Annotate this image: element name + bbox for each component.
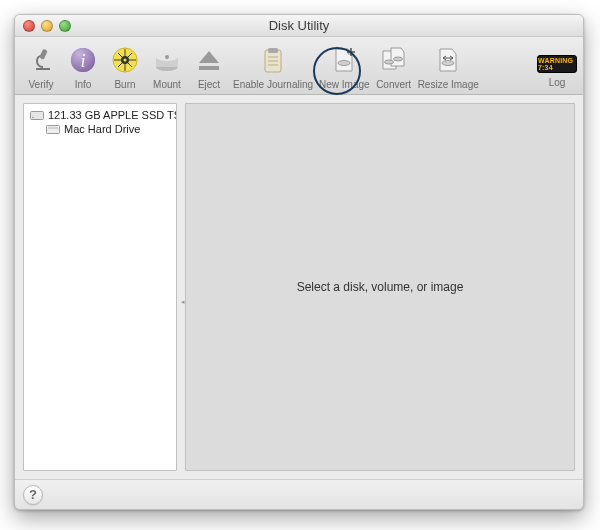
svg-point-26 bbox=[338, 61, 350, 66]
disk-sidebar[interactable]: 121.33 GB APPLE SSD TS... Mac Hard Drive bbox=[23, 103, 177, 471]
disk-row[interactable]: 121.33 GB APPLE SSD TS... bbox=[24, 108, 176, 122]
toolbar-label: Enable Journaling bbox=[233, 79, 313, 90]
svg-rect-32 bbox=[31, 112, 44, 120]
microscope-icon bbox=[24, 43, 58, 77]
clipboard-icon bbox=[256, 43, 290, 77]
svg-point-29 bbox=[384, 60, 393, 64]
svg-rect-22 bbox=[268, 48, 278, 53]
convert-button[interactable]: Convert bbox=[374, 43, 414, 90]
verify-button[interactable]: Verify bbox=[21, 43, 61, 90]
svg-point-33 bbox=[32, 117, 34, 119]
svg-rect-34 bbox=[47, 126, 60, 134]
disk-label: 121.33 GB APPLE SSD TS... bbox=[48, 109, 176, 121]
disk-utility-window: Disk Utility Verify i bbox=[14, 14, 584, 510]
toolbar-label: Mount bbox=[153, 79, 181, 90]
footer: ? bbox=[15, 479, 583, 509]
svg-point-30 bbox=[393, 57, 402, 61]
detail-pane: ◂ Select a disk, volume, or image bbox=[185, 103, 575, 471]
burn-icon bbox=[108, 43, 142, 77]
resize-image-button[interactable]: Resize Image bbox=[416, 43, 481, 90]
log-warning-chip: WARNING 7:34 bbox=[537, 55, 577, 73]
toolbar-label: Verify bbox=[28, 79, 53, 90]
info-button[interactable]: i Info bbox=[63, 43, 103, 90]
toolbar-label: Convert bbox=[376, 79, 411, 90]
svg-rect-35 bbox=[48, 127, 58, 129]
mount-icon bbox=[150, 43, 184, 77]
toolbar-label: Log bbox=[549, 77, 566, 88]
enable-journaling-button[interactable]: Enable Journaling bbox=[231, 43, 315, 90]
log-button[interactable]: WARNING 7:34 Log bbox=[537, 55, 577, 90]
toolbar: Verify i Info bbox=[15, 37, 583, 95]
svg-text:i: i bbox=[80, 51, 85, 71]
svg-point-15 bbox=[124, 59, 127, 62]
window-title: Disk Utility bbox=[15, 18, 583, 33]
help-button[interactable]: ? bbox=[23, 485, 43, 505]
help-glyph: ? bbox=[29, 487, 37, 502]
info-icon: i bbox=[66, 43, 100, 77]
svg-rect-20 bbox=[199, 66, 219, 70]
internal-disk-icon bbox=[30, 109, 44, 121]
eject-button[interactable]: Eject bbox=[189, 43, 229, 90]
convert-icon bbox=[377, 43, 411, 77]
resize-image-icon bbox=[431, 43, 465, 77]
new-image-button[interactable]: New Image bbox=[317, 43, 372, 90]
toolbar-label: Info bbox=[75, 79, 92, 90]
placeholder-text: Select a disk, volume, or image bbox=[297, 280, 464, 294]
toolbar-label: Resize Image bbox=[418, 79, 479, 90]
new-image-icon bbox=[327, 43, 361, 77]
svg-rect-0 bbox=[39, 49, 48, 60]
volume-icon bbox=[46, 123, 60, 135]
svg-point-19 bbox=[165, 55, 169, 59]
mount-button[interactable]: Mount bbox=[147, 43, 187, 90]
content-area: 121.33 GB APPLE SSD TS... Mac Hard Drive… bbox=[15, 95, 583, 479]
titlebar: Disk Utility bbox=[15, 15, 583, 37]
toolbar-label: Burn bbox=[114, 79, 135, 90]
split-handle[interactable]: ◂ bbox=[181, 298, 185, 306]
toolbar-label: New Image bbox=[319, 79, 370, 90]
burn-button[interactable]: Burn bbox=[105, 43, 145, 90]
toolbar-label: Eject bbox=[198, 79, 220, 90]
svg-point-31 bbox=[442, 61, 454, 66]
volume-label: Mac Hard Drive bbox=[64, 123, 140, 135]
eject-icon bbox=[192, 43, 226, 77]
volume-row[interactable]: Mac Hard Drive bbox=[24, 122, 176, 136]
